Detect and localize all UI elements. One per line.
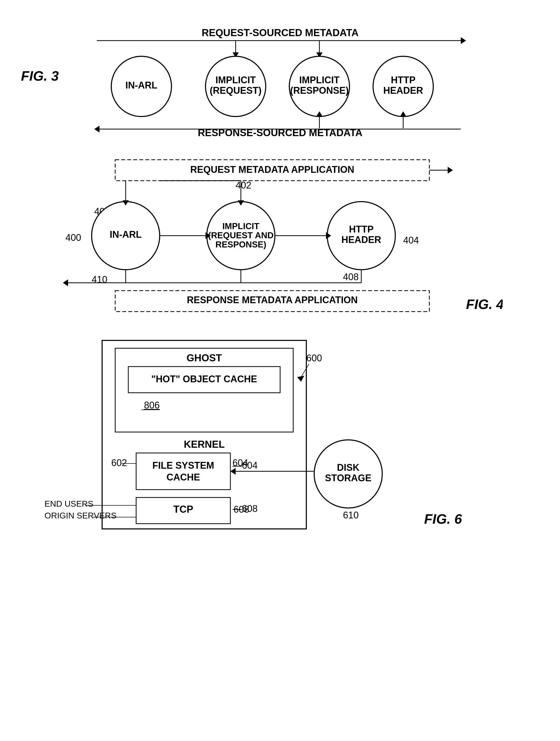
svg-text:—604: —604 <box>232 460 258 471</box>
fig6-n806: 806 <box>144 400 160 411</box>
svg-marker-1 <box>461 37 466 44</box>
svg-marker-18 <box>448 167 453 174</box>
fig6-section: GHOST "HOT" OBJECT CACHE 806 KERNEL FILE… <box>21 335 539 545</box>
svg-text:HTTP: HTTP <box>349 224 373 234</box>
fig6-disk-line1: DISK <box>337 462 359 473</box>
fig4-request-label: REQUEST METADATA APPLICATION <box>190 164 354 175</box>
fig6-origin-servers: ORIGIN SERVERS <box>45 511 117 520</box>
fig3-section: FIG. 3 REQUEST-SOURCED METADATA IN-ARL <box>21 16 539 136</box>
fig3-diagram: REQUEST-SOURCED METADATA IN-ARL IMPLICIT <box>71 26 490 136</box>
fig6-n610: 610 <box>343 510 359 521</box>
fig6-ghost-label: GHOST <box>187 352 222 363</box>
fig4-section: REQUEST METADATA APPLICATION 406 402 400… <box>21 157 539 314</box>
fig3-circle4-line1: HTTP <box>391 75 416 85</box>
fig6-kernel-label: KERNEL <box>184 439 224 450</box>
fig4-label: FIG. 4 <box>466 297 503 312</box>
fig3-circle4-line2: HEADER <box>383 85 423 96</box>
fig6-fs-cache-line2: CACHE <box>166 472 200 483</box>
fig4-n410: 410 <box>92 274 107 285</box>
page: FIG. 3 REQUEST-SOURCED METADATA IN-ARL <box>0 0 560 741</box>
fig6-end-users: END USERS <box>45 499 93 509</box>
fig6-n600: 600 <box>306 353 322 363</box>
fig6-n602: 602 <box>111 457 127 468</box>
fig3-circle2-line2: (REQUEST) <box>210 85 262 96</box>
fig3-circle2-line1: IMPLICIT <box>215 75 256 85</box>
fig3-circle3-line2: (RESPONSE) <box>290 85 348 96</box>
fig4-diagram: REQUEST METADATA APPLICATION 406 402 400… <box>58 157 503 314</box>
fig6-disk-line2: STORAGE <box>325 473 371 483</box>
svg-marker-41 <box>63 279 68 286</box>
fig6-hot-cache-label: "HOT" OBJECT CACHE <box>151 374 257 384</box>
fig4-n408: 408 <box>343 272 359 282</box>
fig6-tcp-label: TCP <box>173 504 193 515</box>
fig4-n404: 404 <box>403 235 419 246</box>
svg-rect-47 <box>136 453 230 490</box>
svg-text:(REQUEST AND: (REQUEST AND <box>208 230 274 240</box>
fig6-fs-cache-line1: FILE SYSTEM <box>152 460 214 471</box>
fig3-response-label: RESPONSE-SOURCED METADATA <box>198 127 362 136</box>
fig3-circle1-label: IN-ARL <box>125 80 157 90</box>
fig3-request-label: REQUEST-SOURCED METADATA <box>202 27 359 38</box>
fig4-n402: 402 <box>236 180 251 191</box>
fig3-label: FIG. 3 <box>21 68 59 84</box>
fig4-circle1: IN-ARL <box>110 229 142 240</box>
svg-marker-15 <box>94 126 99 133</box>
svg-text:HEADER: HEADER <box>341 234 381 245</box>
fig6-diagram: GHOST "HOT" OBJECT CACHE 806 KERNEL FILE… <box>45 335 516 545</box>
fig3-circle3-line1: IMPLICIT <box>299 75 340 85</box>
fig4-response-label: RESPONSE METADATA APPLICATION <box>187 294 358 305</box>
fig6-label: FIG. 6 <box>424 512 462 527</box>
svg-text:RESPONSE): RESPONSE) <box>215 240 266 249</box>
svg-text:—608: —608 <box>232 503 258 514</box>
svg-text:IMPLICIT: IMPLICIT <box>222 221 259 231</box>
fig4-n400: 400 <box>65 232 81 243</box>
